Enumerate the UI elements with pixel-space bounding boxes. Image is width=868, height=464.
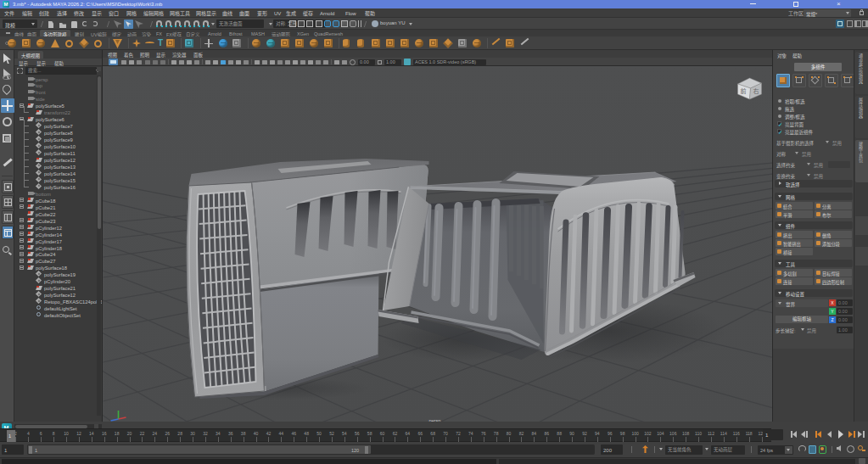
svg-text:右: 右 [753,87,759,95]
svg-text:前: 前 [741,87,747,95]
